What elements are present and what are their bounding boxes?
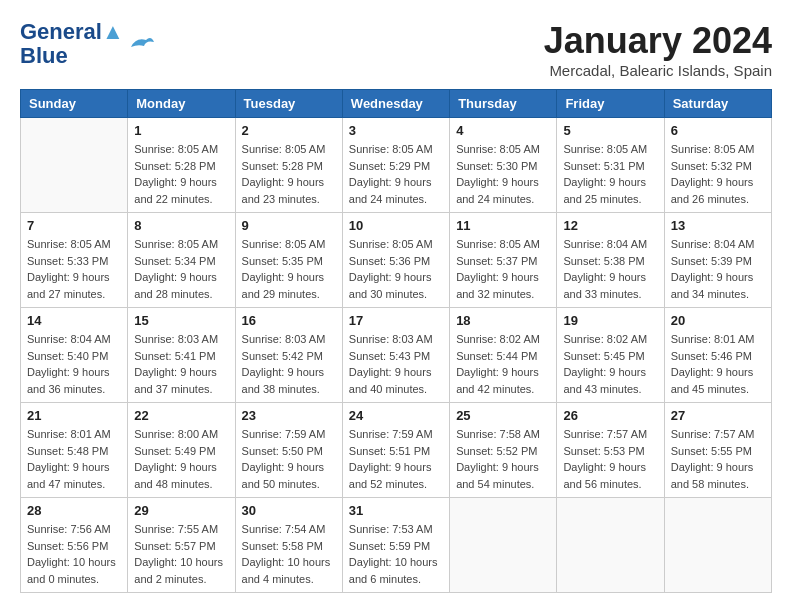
calendar-day-cell: 8Sunrise: 8:05 AMSunset: 5:34 PMDaylight… [128, 213, 235, 308]
day-detail: Sunrise: 8:05 AMSunset: 5:29 PMDaylight:… [349, 141, 443, 207]
day-detail: Sunrise: 8:04 AMSunset: 5:39 PMDaylight:… [671, 236, 765, 302]
day-number: 9 [242, 218, 336, 233]
day-detail: Sunrise: 8:05 AMSunset: 5:32 PMDaylight:… [671, 141, 765, 207]
logo-text: General▲Blue [20, 20, 124, 68]
day-detail: Sunrise: 8:05 AMSunset: 5:28 PMDaylight:… [134, 141, 228, 207]
day-detail: Sunrise: 8:05 AMSunset: 5:28 PMDaylight:… [242, 141, 336, 207]
day-number: 10 [349, 218, 443, 233]
day-number: 23 [242, 408, 336, 423]
calendar-day-cell: 3Sunrise: 8:05 AMSunset: 5:29 PMDaylight… [342, 118, 449, 213]
title-block: January 2024 Mercadal, Balearic Islands,… [544, 20, 772, 79]
day-detail: Sunrise: 8:00 AMSunset: 5:49 PMDaylight:… [134, 426, 228, 492]
day-detail: Sunrise: 8:03 AMSunset: 5:42 PMDaylight:… [242, 331, 336, 397]
day-number: 31 [349, 503, 443, 518]
calendar-table: SundayMondayTuesdayWednesdayThursdayFrid… [20, 89, 772, 593]
calendar-day-cell: 7Sunrise: 8:05 AMSunset: 5:33 PMDaylight… [21, 213, 128, 308]
day-detail: Sunrise: 7:53 AMSunset: 5:59 PMDaylight:… [349, 521, 443, 587]
day-number: 17 [349, 313, 443, 328]
day-number: 27 [671, 408, 765, 423]
calendar-day-cell: 25Sunrise: 7:58 AMSunset: 5:52 PMDayligh… [450, 403, 557, 498]
day-detail: Sunrise: 8:04 AMSunset: 5:38 PMDaylight:… [563, 236, 657, 302]
day-number: 12 [563, 218, 657, 233]
day-number: 19 [563, 313, 657, 328]
calendar-header-row: SundayMondayTuesdayWednesdayThursdayFrid… [21, 90, 772, 118]
calendar-day-cell: 17Sunrise: 8:03 AMSunset: 5:43 PMDayligh… [342, 308, 449, 403]
calendar-day-cell: 14Sunrise: 8:04 AMSunset: 5:40 PMDayligh… [21, 308, 128, 403]
day-number: 30 [242, 503, 336, 518]
day-detail: Sunrise: 8:01 AMSunset: 5:48 PMDaylight:… [27, 426, 121, 492]
day-detail: Sunrise: 8:03 AMSunset: 5:41 PMDaylight:… [134, 331, 228, 397]
weekday-header: Sunday [21, 90, 128, 118]
day-detail: Sunrise: 7:57 AMSunset: 5:53 PMDaylight:… [563, 426, 657, 492]
calendar-day-cell: 12Sunrise: 8:04 AMSunset: 5:38 PMDayligh… [557, 213, 664, 308]
day-number: 16 [242, 313, 336, 328]
day-detail: Sunrise: 8:05 AMSunset: 5:36 PMDaylight:… [349, 236, 443, 302]
weekday-header: Saturday [664, 90, 771, 118]
day-number: 20 [671, 313, 765, 328]
calendar-day-cell: 20Sunrise: 8:01 AMSunset: 5:46 PMDayligh… [664, 308, 771, 403]
calendar-day-cell: 27Sunrise: 7:57 AMSunset: 5:55 PMDayligh… [664, 403, 771, 498]
day-number: 4 [456, 123, 550, 138]
calendar-day-cell: 10Sunrise: 8:05 AMSunset: 5:36 PMDayligh… [342, 213, 449, 308]
day-detail: Sunrise: 7:59 AMSunset: 5:51 PMDaylight:… [349, 426, 443, 492]
logo-bird-icon [126, 32, 156, 57]
calendar-week-row: 1Sunrise: 8:05 AMSunset: 5:28 PMDaylight… [21, 118, 772, 213]
day-number: 13 [671, 218, 765, 233]
day-detail: Sunrise: 8:05 AMSunset: 5:30 PMDaylight:… [456, 141, 550, 207]
day-detail: Sunrise: 8:03 AMSunset: 5:43 PMDaylight:… [349, 331, 443, 397]
calendar-day-cell [450, 498, 557, 593]
day-detail: Sunrise: 8:02 AMSunset: 5:44 PMDaylight:… [456, 331, 550, 397]
day-number: 15 [134, 313, 228, 328]
calendar-day-cell: 26Sunrise: 7:57 AMSunset: 5:53 PMDayligh… [557, 403, 664, 498]
calendar-day-cell: 16Sunrise: 8:03 AMSunset: 5:42 PMDayligh… [235, 308, 342, 403]
calendar-day-cell: 28Sunrise: 7:56 AMSunset: 5:56 PMDayligh… [21, 498, 128, 593]
calendar-day-cell [664, 498, 771, 593]
calendar-day-cell: 18Sunrise: 8:02 AMSunset: 5:44 PMDayligh… [450, 308, 557, 403]
calendar-day-cell: 19Sunrise: 8:02 AMSunset: 5:45 PMDayligh… [557, 308, 664, 403]
day-detail: Sunrise: 8:01 AMSunset: 5:46 PMDaylight:… [671, 331, 765, 397]
day-number: 8 [134, 218, 228, 233]
day-detail: Sunrise: 7:54 AMSunset: 5:58 PMDaylight:… [242, 521, 336, 587]
weekday-header: Wednesday [342, 90, 449, 118]
day-number: 6 [671, 123, 765, 138]
day-number: 14 [27, 313, 121, 328]
weekday-header: Monday [128, 90, 235, 118]
day-detail: Sunrise: 8:05 AMSunset: 5:33 PMDaylight:… [27, 236, 121, 302]
day-number: 3 [349, 123, 443, 138]
page-header: General▲Blue January 2024 Mercadal, Bale… [20, 20, 772, 79]
calendar-week-row: 21Sunrise: 8:01 AMSunset: 5:48 PMDayligh… [21, 403, 772, 498]
calendar-day-cell: 2Sunrise: 8:05 AMSunset: 5:28 PMDaylight… [235, 118, 342, 213]
day-detail: Sunrise: 8:04 AMSunset: 5:40 PMDaylight:… [27, 331, 121, 397]
day-detail: Sunrise: 8:05 AMSunset: 5:31 PMDaylight:… [563, 141, 657, 207]
day-detail: Sunrise: 7:59 AMSunset: 5:50 PMDaylight:… [242, 426, 336, 492]
month-title: January 2024 [544, 20, 772, 62]
day-number: 1 [134, 123, 228, 138]
day-number: 24 [349, 408, 443, 423]
day-number: 28 [27, 503, 121, 518]
weekday-header: Thursday [450, 90, 557, 118]
day-detail: Sunrise: 7:57 AMSunset: 5:55 PMDaylight:… [671, 426, 765, 492]
day-number: 7 [27, 218, 121, 233]
day-number: 21 [27, 408, 121, 423]
calendar-day-cell [557, 498, 664, 593]
day-number: 29 [134, 503, 228, 518]
day-number: 2 [242, 123, 336, 138]
calendar-day-cell: 29Sunrise: 7:55 AMSunset: 5:57 PMDayligh… [128, 498, 235, 593]
calendar-day-cell: 31Sunrise: 7:53 AMSunset: 5:59 PMDayligh… [342, 498, 449, 593]
calendar-day-cell: 1Sunrise: 8:05 AMSunset: 5:28 PMDaylight… [128, 118, 235, 213]
day-detail: Sunrise: 7:56 AMSunset: 5:56 PMDaylight:… [27, 521, 121, 587]
day-detail: Sunrise: 8:05 AMSunset: 5:37 PMDaylight:… [456, 236, 550, 302]
day-number: 25 [456, 408, 550, 423]
day-detail: Sunrise: 8:05 AMSunset: 5:35 PMDaylight:… [242, 236, 336, 302]
calendar-week-row: 28Sunrise: 7:56 AMSunset: 5:56 PMDayligh… [21, 498, 772, 593]
calendar-day-cell: 6Sunrise: 8:05 AMSunset: 5:32 PMDaylight… [664, 118, 771, 213]
day-detail: Sunrise: 8:02 AMSunset: 5:45 PMDaylight:… [563, 331, 657, 397]
logo: General▲Blue [20, 20, 156, 68]
day-number: 26 [563, 408, 657, 423]
calendar-day-cell [21, 118, 128, 213]
calendar-day-cell: 11Sunrise: 8:05 AMSunset: 5:37 PMDayligh… [450, 213, 557, 308]
location: Mercadal, Balearic Islands, Spain [544, 62, 772, 79]
weekday-header: Friday [557, 90, 664, 118]
calendar-day-cell: 13Sunrise: 8:04 AMSunset: 5:39 PMDayligh… [664, 213, 771, 308]
day-number: 22 [134, 408, 228, 423]
